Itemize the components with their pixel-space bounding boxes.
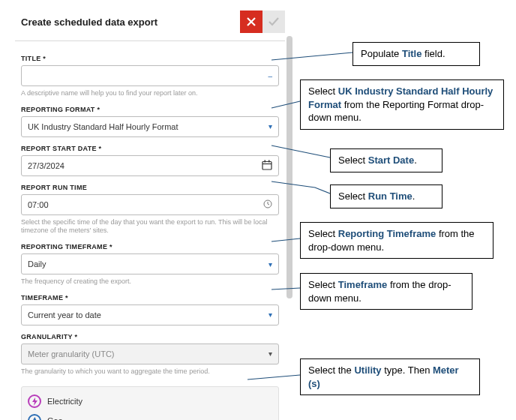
leader-lines — [0, 0, 516, 420]
